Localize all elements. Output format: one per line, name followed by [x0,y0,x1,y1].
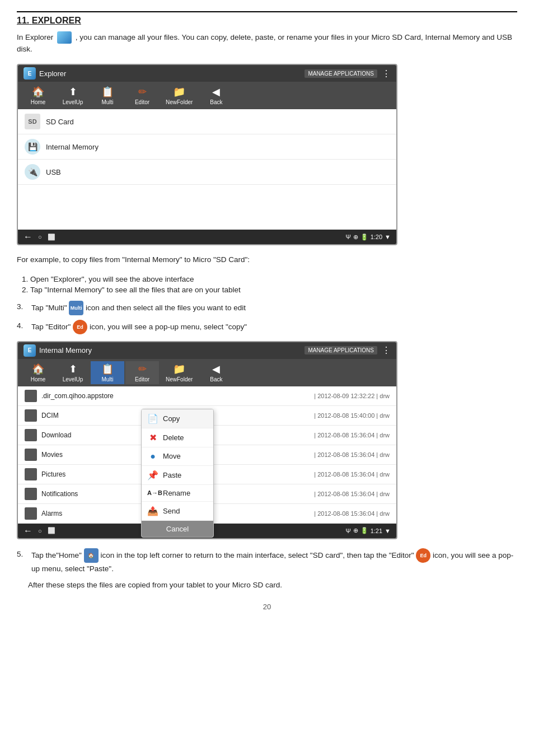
file-left-dcim: DCIM [25,409,59,422]
usb-icon: 🔌 [25,164,40,180]
instruction-3: 3. Tap "Multi" Multi icon and then selec… [17,301,517,315]
multi-inline-icon: Multi [69,301,83,315]
section-number: 11. [17,16,29,25]
editor-popup-menu: 📄 Copy ✖ Delete ● Move 📌 Paste A→B Renam… [141,409,214,538]
internal-manage-btn[interactable]: MANAGE APPLICATIONS [305,346,377,354]
internal-wifi-icon: ⊕ [353,527,358,534]
internal-manage-label: MANAGE APPLICATIONS [308,347,374,353]
toolbar-levelup[interactable]: ⬆ LevelUp [56,84,90,107]
toolbar-newfolder[interactable]: 📁 NewFolder [160,84,198,107]
usb-label: USB [46,168,61,176]
internal-toolbar-back[interactable]: ◀ Back [199,361,233,384]
folder-icon-movies [25,449,37,461]
folder-icon-dcim [25,409,37,422]
folder-icon-pictures [25,468,37,480]
internal-back-nav-icon[interactable]: ← [24,526,32,536]
manage-btn-label: MANAGE APPLICATIONS [308,71,374,77]
explorer-title: Explorer [39,69,66,78]
internal-toolbar-multi[interactable]: 📋 Multi [91,361,124,384]
copy-example-intro: For example, to copy files from "Interna… [17,254,517,265]
toolbar-back[interactable]: ◀ Back [199,84,233,107]
internal-more-icon[interactable]: ⋮ [382,345,391,356]
instruction-4: 4. Tap "Editor" Ed icon, you will see a … [17,320,517,334]
section-heading: 11. EXPLORER [17,11,517,26]
explorer-toolbar: 🏠 Home ⬆ LevelUp 📋 Multi ✏ Editor 📁 NewF… [18,82,396,109]
move-icon: ● [147,451,158,461]
editor-step5-icon: Ed [416,548,430,563]
internal-multi-icon: 📋 [101,363,114,375]
file-left-pictures: Pictures [25,468,65,480]
more-options-icon[interactable]: ⋮ [382,68,391,79]
internal-toolbar-newfolder[interactable]: 📁 NewFolder [160,361,198,384]
internal-toolbar: 🏠 Home ⬆ LevelUp 📋 Multi ✏ Editor 📁 NewF… [18,359,396,386]
internal-home-icon: 🏠 [32,363,44,375]
titlebar-left: E Explorer [24,67,66,80]
internal-status-left: ← ○ ⬜ [24,526,55,536]
internal-recents-nav-icon[interactable]: ⬜ [48,527,55,534]
file-left-qihoo: .dir_com.qihoo.appstore [25,390,114,402]
status-home-icon[interactable]: ○ [38,234,42,240]
status-recents-icon[interactable]: ⬜ [48,234,55,241]
internal-toolbar-editor[interactable]: ✏ Editor [125,361,159,384]
after-steps-text: After these steps the files are copied f… [28,579,517,591]
copy-icon: 📄 [147,413,158,424]
file-left-download: Download [25,429,71,441]
file-item-usb[interactable]: 🔌 USB [18,160,396,185]
internal-memory-icon: 💾 [25,139,40,155]
file-left-movies: Movies [25,449,63,461]
toolbar-home[interactable]: 🏠 Home [21,84,55,107]
instructions-list: Open "Explorer", you will see the above … [30,275,517,294]
editor-inline-icon: Ed [73,320,87,334]
folder-icon-download [25,429,37,441]
popup-copy[interactable]: 📄 Copy [142,409,213,428]
back-icon: ◀ [212,86,220,98]
popup-paste[interactable]: 📌 Paste [142,466,213,485]
home-inline-icon: 🏠 [84,548,99,563]
location-icon: ▼ [385,234,391,240]
internal-status-right: Ψ ⊕ 🔋 1:21 ▼ [345,527,391,534]
popup-send[interactable]: 📤 Send [142,502,213,521]
internal-memory-label: Internal Memory [46,143,99,151]
sdcard-icon: SD [25,114,40,129]
explorer-file-list: SD SD Card 💾 Internal Memory 🔌 USB [18,109,396,230]
internal-titlebar-left: E Internal Memory [24,344,92,357]
newfolder-icon: 📁 [173,86,185,98]
instruction-2: Tap "Internal Memory" to see all the fil… [30,286,517,294]
status-back-icon[interactable]: ← [24,232,32,242]
section-title: EXPLORER [32,16,81,25]
internal-status-time: 1:21 [371,528,382,534]
sdcard-label: SD Card [46,118,74,126]
popup-rename[interactable]: A→B Rename [142,485,213,502]
levelup-icon: ⬆ [69,86,77,98]
internal-toolbar-home[interactable]: 🏠 Home [21,361,55,384]
file-left-alarms: Alarms [25,507,62,520]
file-item-internal[interactable]: 💾 Internal Memory [18,134,396,160]
delete-icon: ✖ [147,432,158,443]
battery-icon: 🔋 [360,234,368,241]
paste-icon: 📌 [147,470,158,480]
app-icon: E [24,67,36,80]
popup-cancel[interactable]: Cancel [142,521,213,537]
status-right: Ψ ⊕ 🔋 1:20 ▼ [345,234,391,241]
file-item-sdcard[interactable]: SD SD Card [18,109,396,134]
folder-icon-alarms [25,507,37,520]
wifi-icon: ⊕ [353,234,358,241]
internal-home-nav-icon[interactable]: ○ [38,528,42,534]
internal-file-area: .dir_com.qihoo.appstore | 2012-08-09 12:… [18,386,396,524]
internal-location-icon: ▼ [385,528,391,534]
popup-delete[interactable]: ✖ Delete [142,428,213,447]
status-time: 1:20 [371,234,382,240]
file-row-qihoo[interactable]: .dir_com.qihoo.appstore | 2012-08-09 12:… [18,386,396,406]
internal-memory-screen: E Internal Memory MANAGE APPLICATIONS ⋮ … [17,341,397,539]
internal-toolbar-levelup[interactable]: ⬆ LevelUp [56,361,90,384]
toolbar-multi[interactable]: 📋 Multi [91,84,124,107]
explorer-screen: E Explorer MANAGE APPLICATIONS ⋮ 🏠 Home … [17,64,397,245]
toolbar-editor[interactable]: ✏ Editor [125,84,159,107]
home-toolbar-icon: 🏠 [32,86,44,98]
folder-icon-notifications [25,488,37,500]
manage-applications-btn[interactable]: MANAGE APPLICATIONS [305,69,377,78]
popup-move[interactable]: ● Move [142,447,213,466]
signal-icon: Ψ [345,234,350,240]
internal-signal-icon: Ψ [345,528,350,534]
internal-battery-icon: 🔋 [360,527,368,534]
